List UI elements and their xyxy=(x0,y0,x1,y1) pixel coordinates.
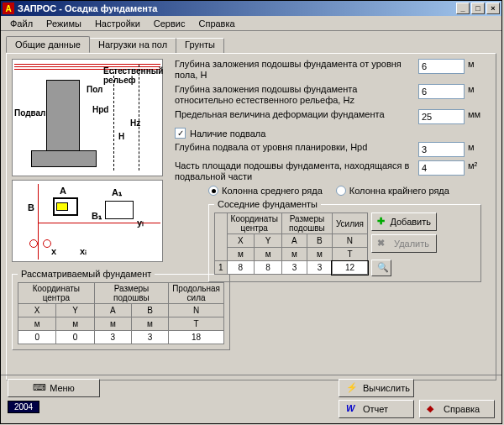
own-Y[interactable]: 0 xyxy=(56,331,94,344)
foundation-plan-diagram: A A₁ B B₁ x xᵢ yᵢ xyxy=(12,180,163,262)
label-Hpd: Глубина подвала от уровня планировки, Hp… xyxy=(175,142,418,153)
input-Hz[interactable] xyxy=(418,84,465,99)
unit-H: м xyxy=(465,59,481,69)
checkbox-basement[interactable]: ✓ xyxy=(175,128,186,139)
label-relief: Естественный рельеф xyxy=(103,66,163,85)
neigh-Y[interactable]: 8 xyxy=(255,261,282,275)
foundation-section-diagram: Естественный рельеф Пол Подвал Hpd Hz H xyxy=(12,59,163,176)
diagrams-column: Естественный рельеф Пол Подвал Hpd Hz H xyxy=(12,59,171,350)
w-icon: W xyxy=(346,403,358,415)
label-A1: A₁ xyxy=(112,187,122,198)
label-hpd: Hpd xyxy=(92,105,108,114)
input-Hpd[interactable] xyxy=(418,142,465,157)
cross-icon: ✖ xyxy=(377,238,389,249)
radio-edge-col[interactable]: Колонна крайнего ряда xyxy=(336,186,449,196)
own-foundation-table: Координаты центра Размеры подошвы Продол… xyxy=(18,282,224,344)
own-h-force: Продольная сила xyxy=(169,283,224,304)
tabpage-general: Естественный рельеф Пол Подвал Hpd Hz H xyxy=(6,53,496,380)
label-B: B xyxy=(28,202,34,212)
neighbors-group: Соседние фундаменты Координаты центра Ра… xyxy=(208,199,481,282)
unit-Hz: м xyxy=(465,84,481,94)
year-badge: 2004 xyxy=(8,401,39,413)
add-neighbor-button[interactable]: ✚ Добавить xyxy=(371,212,437,231)
label-B1: B₁ xyxy=(92,211,102,222)
input-area[interactable] xyxy=(418,160,465,176)
label-basement-chk: Наличие подвала xyxy=(190,129,265,139)
magnifier-icon: 🔍 xyxy=(377,262,389,274)
own-h-size: Размеры подошвы xyxy=(94,283,168,304)
menu-service[interactable]: Сервис xyxy=(148,18,192,29)
own-foundation-legend: Рассматриваемый фундамент xyxy=(18,269,155,279)
menubar: Файл Режимы Настройки Сервис Справка xyxy=(1,16,501,31)
tab-loads[interactable]: Нагрузки на пол xyxy=(89,38,176,55)
label-Hz: Глубина заложения подошвы фундамента отн… xyxy=(175,84,418,106)
own-A[interactable]: 3 xyxy=(94,331,131,344)
menu-button[interactable]: ⌨ Меню xyxy=(8,379,100,397)
label-xi: xᵢ xyxy=(80,246,87,257)
keyboard-icon: ⌨ xyxy=(33,382,45,394)
label-h: H xyxy=(118,132,124,141)
book-icon: ◆ xyxy=(427,403,438,415)
titlebar: А ЗАПРОС - Осадка фундамента _ □ × xyxy=(1,1,501,16)
label-area: Часть площади подошвы фундамента, находя… xyxy=(175,160,418,182)
report-button[interactable]: W Отчет xyxy=(339,400,414,418)
neighbor-foundation-rect xyxy=(105,201,134,219)
input-deform[interactable] xyxy=(418,109,465,124)
tab-general[interactable]: Общие данные xyxy=(6,36,90,53)
client-area: Общие данные Нагрузки на пол Грунты Есте… xyxy=(1,31,501,423)
column-shape xyxy=(46,80,80,155)
close-button[interactable]: × xyxy=(486,3,500,14)
minimize-button[interactable]: _ xyxy=(456,3,470,14)
neigh-B[interactable]: 3 xyxy=(307,261,332,275)
label-A: A xyxy=(60,186,66,196)
label-yi: yᵢ xyxy=(137,218,144,228)
own-h-coord: Координаты центра xyxy=(18,283,95,304)
label-deform: Предельная величина деформации фундамент… xyxy=(175,109,418,120)
label-floor: Пол xyxy=(87,85,102,94)
own-B[interactable]: 3 xyxy=(131,331,168,344)
bolt-icon: ⚡ xyxy=(346,382,358,394)
tabstrip: Общие данные Нагрузки на пол Грунты xyxy=(6,36,496,53)
right-column: Глубина заложения подошвы фундамента от … xyxy=(175,59,481,282)
neighbors-table: Координаты центра Размеры подошвы Усилия… xyxy=(214,212,368,275)
plus-icon: ✚ xyxy=(377,216,385,228)
label-x: x xyxy=(51,246,56,256)
unit-Hpd: м xyxy=(465,142,481,152)
own-X[interactable]: 0 xyxy=(18,331,56,344)
own-column-rect xyxy=(56,202,68,211)
neigh-rownum: 1 xyxy=(215,261,228,275)
label-H: Глубина заложения подошвы фундамента от … xyxy=(175,59,418,81)
bottom-bar: ⌨ Меню 2004 ⚡ Вычислить W Отчет ◆ xyxy=(1,375,501,423)
neigh-A[interactable]: 3 xyxy=(281,261,307,275)
neighbors-legend: Соседние фундаменты xyxy=(214,199,321,209)
footing-shape xyxy=(31,150,97,167)
neigh-X[interactable]: 8 xyxy=(227,261,255,275)
unit-area: м² xyxy=(465,160,481,171)
menu-settings[interactable]: Настройки xyxy=(89,18,146,29)
neigh-N[interactable]: 12 xyxy=(332,261,367,275)
help-button[interactable]: ◆ Справка xyxy=(419,400,495,418)
delete-neighbor-button[interactable]: ✖ Удалить xyxy=(371,234,437,253)
radio-middle-col[interactable]: Колонна среднего ряда xyxy=(208,186,323,196)
calculate-button[interactable]: ⚡ Вычислить xyxy=(339,379,414,397)
menu-modes[interactable]: Режимы xyxy=(40,18,87,29)
label-basement: Подвал xyxy=(14,108,45,118)
maximize-button[interactable]: □ xyxy=(471,3,485,14)
window-title: ЗАПРОС - Осадка фундамента xyxy=(18,3,157,13)
menu-file[interactable]: Файл xyxy=(4,18,39,29)
unit-deform: мм xyxy=(465,109,481,119)
tab-soils[interactable]: Грунты xyxy=(176,38,224,55)
own-N[interactable]: 18 xyxy=(169,331,224,344)
input-H[interactable] xyxy=(418,59,465,74)
app-icon: А xyxy=(3,3,14,14)
preview-button[interactable]: 🔍 xyxy=(371,260,391,276)
menu-help[interactable]: Справка xyxy=(192,18,240,29)
app-window: А ЗАПРОС - Осадка фундамента _ □ × Файл … xyxy=(0,0,502,424)
